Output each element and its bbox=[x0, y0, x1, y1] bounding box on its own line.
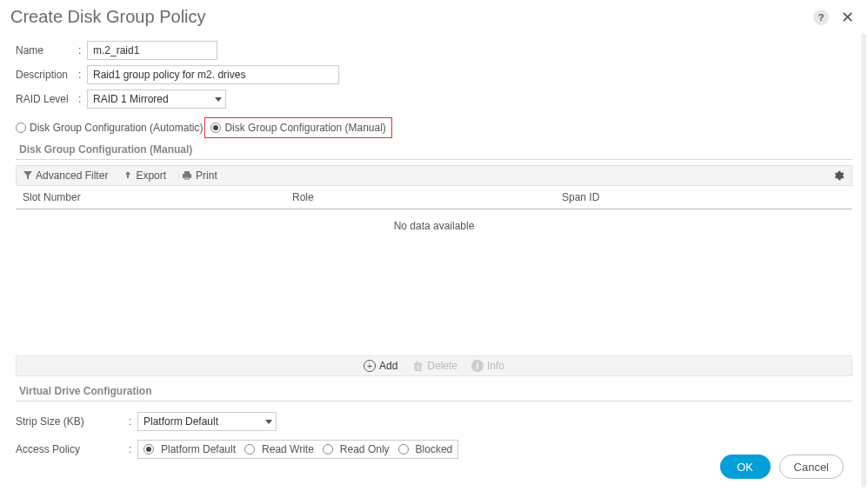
config-automatic-radio[interactable]: Disk Group Configuration (Automatic) bbox=[16, 122, 203, 134]
table-action-bar: + Add 🗑 Delete i Info bbox=[16, 355, 852, 376]
cancel-button[interactable]: Cancel bbox=[779, 455, 844, 479]
strip-size-select[interactable]: Platform Default bbox=[137, 412, 277, 431]
name-input[interactable] bbox=[87, 41, 217, 60]
radio-checked-icon bbox=[210, 123, 221, 133]
name-label: Name bbox=[16, 44, 78, 56]
gear-icon[interactable] bbox=[832, 169, 845, 182]
table-header-row: Slot Number Role Span ID bbox=[16, 186, 852, 209]
access-read-write-radio[interactable]: Read Write bbox=[244, 443, 314, 455]
export-button[interactable]: Export bbox=[124, 169, 166, 182]
radio-checked-icon bbox=[144, 444, 154, 455]
config-manual-radio[interactable]: Disk Group Configuration (Manual) bbox=[204, 117, 391, 138]
scrollbar-track[interactable] bbox=[861, 33, 866, 488]
delete-button: 🗑 Delete bbox=[411, 360, 457, 372]
advanced-filter-button[interactable]: Advanced Filter bbox=[23, 169, 108, 182]
access-blocked-radio[interactable]: Blocked bbox=[398, 443, 453, 455]
table-toolbar: Advanced Filter Export Print bbox=[16, 165, 852, 186]
column-role[interactable]: Role bbox=[292, 191, 562, 203]
access-policy-group: Platform Default Read Write Read Only Bl… bbox=[137, 440, 458, 459]
chevron-down-icon bbox=[265, 420, 272, 424]
raid-level-value: RAID 1 Mirrored bbox=[93, 93, 215, 105]
config-automatic-label: Disk Group Configuration (Automatic) bbox=[30, 122, 203, 134]
virtual-drive-section-title: Virtual Drive Configuration bbox=[19, 385, 852, 397]
info-icon: i bbox=[471, 360, 484, 372]
dialog-title: Create Disk Group Policy bbox=[10, 7, 813, 27]
export-icon bbox=[124, 171, 132, 180]
access-platform-default-radio[interactable]: Platform Default bbox=[144, 443, 236, 455]
description-label: Description bbox=[16, 69, 78, 81]
print-button[interactable]: Print bbox=[182, 169, 217, 182]
plus-icon: + bbox=[364, 360, 376, 372]
info-button: i Info bbox=[471, 360, 504, 372]
description-input[interactable] bbox=[87, 65, 339, 84]
filter-icon bbox=[23, 171, 32, 180]
raid-level-select[interactable]: RAID 1 Mirrored bbox=[87, 90, 226, 109]
strip-size-label: Strip Size (KB) bbox=[16, 415, 129, 428]
add-button[interactable]: + Add bbox=[364, 360, 397, 372]
manual-config-section-title: Disk Group Configuration (Manual) bbox=[19, 143, 852, 156]
svg-rect-1 bbox=[184, 171, 190, 174]
svg-rect-2 bbox=[184, 177, 190, 180]
strip-size-value: Platform Default bbox=[144, 415, 265, 428]
radio-unchecked-icon bbox=[244, 444, 255, 455]
radio-unchecked-icon bbox=[323, 444, 333, 455]
chevron-down-icon bbox=[215, 97, 222, 102]
config-manual-label: Disk Group Configuration (Manual) bbox=[224, 122, 385, 134]
help-icon[interactable]: ? bbox=[813, 10, 829, 25]
print-icon bbox=[182, 171, 192, 180]
close-icon[interactable]: ✕ bbox=[838, 10, 858, 25]
access-policy-label: Access Policy bbox=[16, 443, 129, 455]
raid-level-label: RAID Level bbox=[16, 93, 78, 105]
access-read-only-radio[interactable]: Read Only bbox=[323, 443, 390, 455]
column-slot-number[interactable]: Slot Number bbox=[23, 191, 292, 203]
ok-button[interactable]: OK bbox=[720, 455, 771, 479]
divider bbox=[16, 401, 852, 401]
table-empty-message: No data available bbox=[16, 209, 852, 242]
column-span-id[interactable]: Span ID bbox=[562, 191, 845, 203]
radio-unchecked-icon bbox=[398, 444, 409, 455]
trash-icon: 🗑 bbox=[411, 360, 424, 372]
divider bbox=[16, 159, 852, 160]
radio-unchecked-icon bbox=[16, 123, 26, 133]
